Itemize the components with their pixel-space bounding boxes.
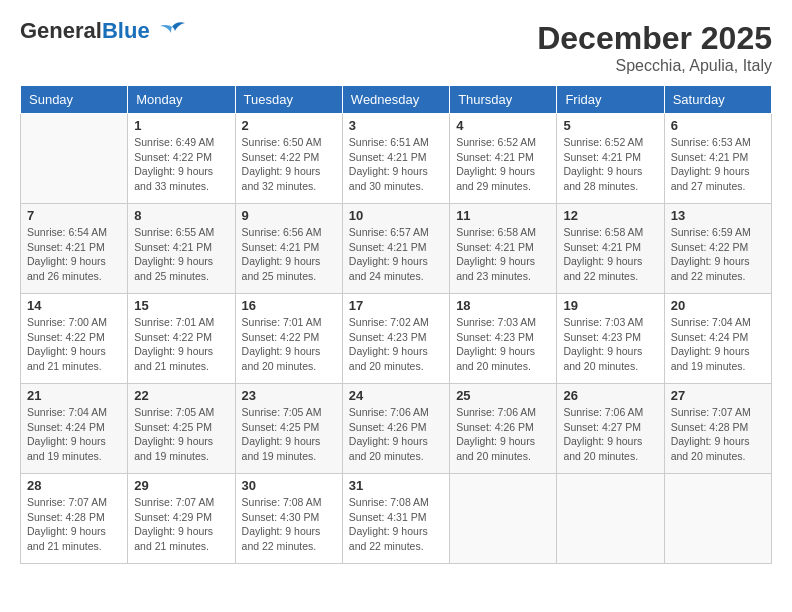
day-info: Sunrise: 6:58 AM Sunset: 4:21 PM Dayligh… bbox=[456, 225, 550, 284]
location-title: Specchia, Apulia, Italy bbox=[537, 57, 772, 75]
calendar-cell bbox=[450, 474, 557, 564]
day-info: Sunrise: 6:52 AM Sunset: 4:21 PM Dayligh… bbox=[456, 135, 550, 194]
calendar-week-row: 14Sunrise: 7:00 AM Sunset: 4:22 PM Dayli… bbox=[21, 294, 772, 384]
logo-bird-icon bbox=[158, 21, 186, 43]
day-info: Sunrise: 6:57 AM Sunset: 4:21 PM Dayligh… bbox=[349, 225, 443, 284]
calendar-table: SundayMondayTuesdayWednesdayThursdayFrid… bbox=[20, 85, 772, 564]
day-info: Sunrise: 7:07 AM Sunset: 4:29 PM Dayligh… bbox=[134, 495, 228, 554]
calendar-cell: 24Sunrise: 7:06 AM Sunset: 4:26 PM Dayli… bbox=[342, 384, 449, 474]
day-info: Sunrise: 7:02 AM Sunset: 4:23 PM Dayligh… bbox=[349, 315, 443, 374]
page-header: GeneralBlue December 2025 Specchia, Apul… bbox=[20, 20, 772, 75]
weekday-header-wednesday: Wednesday bbox=[342, 86, 449, 114]
calendar-cell: 7Sunrise: 6:54 AM Sunset: 4:21 PM Daylig… bbox=[21, 204, 128, 294]
day-number: 4 bbox=[456, 118, 550, 133]
calendar-cell: 6Sunrise: 6:53 AM Sunset: 4:21 PM Daylig… bbox=[664, 114, 771, 204]
day-number: 30 bbox=[242, 478, 336, 493]
day-number: 28 bbox=[27, 478, 121, 493]
day-number: 16 bbox=[242, 298, 336, 313]
day-info: Sunrise: 6:53 AM Sunset: 4:21 PM Dayligh… bbox=[671, 135, 765, 194]
day-number: 15 bbox=[134, 298, 228, 313]
day-info: Sunrise: 7:04 AM Sunset: 4:24 PM Dayligh… bbox=[27, 405, 121, 464]
day-number: 10 bbox=[349, 208, 443, 223]
day-info: Sunrise: 7:06 AM Sunset: 4:26 PM Dayligh… bbox=[456, 405, 550, 464]
month-title: December 2025 bbox=[537, 20, 772, 57]
day-info: Sunrise: 7:01 AM Sunset: 4:22 PM Dayligh… bbox=[242, 315, 336, 374]
calendar-week-row: 21Sunrise: 7:04 AM Sunset: 4:24 PM Dayli… bbox=[21, 384, 772, 474]
calendar-cell: 11Sunrise: 6:58 AM Sunset: 4:21 PM Dayli… bbox=[450, 204, 557, 294]
weekday-header-thursday: Thursday bbox=[450, 86, 557, 114]
calendar-cell: 16Sunrise: 7:01 AM Sunset: 4:22 PM Dayli… bbox=[235, 294, 342, 384]
calendar-cell: 4Sunrise: 6:52 AM Sunset: 4:21 PM Daylig… bbox=[450, 114, 557, 204]
calendar-cell: 5Sunrise: 6:52 AM Sunset: 4:21 PM Daylig… bbox=[557, 114, 664, 204]
weekday-header-row: SundayMondayTuesdayWednesdayThursdayFrid… bbox=[21, 86, 772, 114]
calendar-week-row: 1Sunrise: 6:49 AM Sunset: 4:22 PM Daylig… bbox=[21, 114, 772, 204]
day-number: 13 bbox=[671, 208, 765, 223]
day-number: 8 bbox=[134, 208, 228, 223]
day-number: 3 bbox=[349, 118, 443, 133]
calendar-cell: 28Sunrise: 7:07 AM Sunset: 4:28 PM Dayli… bbox=[21, 474, 128, 564]
logo: GeneralBlue bbox=[20, 20, 186, 43]
day-info: Sunrise: 6:49 AM Sunset: 4:22 PM Dayligh… bbox=[134, 135, 228, 194]
calendar-cell: 10Sunrise: 6:57 AM Sunset: 4:21 PM Dayli… bbox=[342, 204, 449, 294]
day-info: Sunrise: 6:50 AM Sunset: 4:22 PM Dayligh… bbox=[242, 135, 336, 194]
day-number: 19 bbox=[563, 298, 657, 313]
title-section: December 2025 Specchia, Apulia, Italy bbox=[537, 20, 772, 75]
day-info: Sunrise: 7:03 AM Sunset: 4:23 PM Dayligh… bbox=[563, 315, 657, 374]
day-info: Sunrise: 7:01 AM Sunset: 4:22 PM Dayligh… bbox=[134, 315, 228, 374]
day-number: 20 bbox=[671, 298, 765, 313]
day-info: Sunrise: 6:56 AM Sunset: 4:21 PM Dayligh… bbox=[242, 225, 336, 284]
calendar-cell bbox=[557, 474, 664, 564]
day-number: 14 bbox=[27, 298, 121, 313]
day-info: Sunrise: 7:07 AM Sunset: 4:28 PM Dayligh… bbox=[671, 405, 765, 464]
weekday-header-monday: Monday bbox=[128, 86, 235, 114]
day-number: 29 bbox=[134, 478, 228, 493]
day-info: Sunrise: 7:00 AM Sunset: 4:22 PM Dayligh… bbox=[27, 315, 121, 374]
day-info: Sunrise: 7:05 AM Sunset: 4:25 PM Dayligh… bbox=[242, 405, 336, 464]
calendar-week-row: 28Sunrise: 7:07 AM Sunset: 4:28 PM Dayli… bbox=[21, 474, 772, 564]
day-info: Sunrise: 6:51 AM Sunset: 4:21 PM Dayligh… bbox=[349, 135, 443, 194]
calendar-cell: 17Sunrise: 7:02 AM Sunset: 4:23 PM Dayli… bbox=[342, 294, 449, 384]
calendar-cell: 1Sunrise: 6:49 AM Sunset: 4:22 PM Daylig… bbox=[128, 114, 235, 204]
weekday-header-sunday: Sunday bbox=[21, 86, 128, 114]
day-info: Sunrise: 7:04 AM Sunset: 4:24 PM Dayligh… bbox=[671, 315, 765, 374]
calendar-cell: 27Sunrise: 7:07 AM Sunset: 4:28 PM Dayli… bbox=[664, 384, 771, 474]
calendar-cell: 22Sunrise: 7:05 AM Sunset: 4:25 PM Dayli… bbox=[128, 384, 235, 474]
day-number: 31 bbox=[349, 478, 443, 493]
day-number: 21 bbox=[27, 388, 121, 403]
calendar-cell: 23Sunrise: 7:05 AM Sunset: 4:25 PM Dayli… bbox=[235, 384, 342, 474]
calendar-cell: 2Sunrise: 6:50 AM Sunset: 4:22 PM Daylig… bbox=[235, 114, 342, 204]
day-info: Sunrise: 6:54 AM Sunset: 4:21 PM Dayligh… bbox=[27, 225, 121, 284]
day-info: Sunrise: 7:06 AM Sunset: 4:26 PM Dayligh… bbox=[349, 405, 443, 464]
calendar-cell: 14Sunrise: 7:00 AM Sunset: 4:22 PM Dayli… bbox=[21, 294, 128, 384]
calendar-cell: 19Sunrise: 7:03 AM Sunset: 4:23 PM Dayli… bbox=[557, 294, 664, 384]
day-info: Sunrise: 7:06 AM Sunset: 4:27 PM Dayligh… bbox=[563, 405, 657, 464]
logo-blue-text: Blue bbox=[102, 18, 150, 43]
calendar-cell: 21Sunrise: 7:04 AM Sunset: 4:24 PM Dayli… bbox=[21, 384, 128, 474]
calendar-cell: 20Sunrise: 7:04 AM Sunset: 4:24 PM Dayli… bbox=[664, 294, 771, 384]
day-number: 17 bbox=[349, 298, 443, 313]
day-number: 1 bbox=[134, 118, 228, 133]
calendar-cell bbox=[664, 474, 771, 564]
day-number: 6 bbox=[671, 118, 765, 133]
day-number: 11 bbox=[456, 208, 550, 223]
calendar-cell: 26Sunrise: 7:06 AM Sunset: 4:27 PM Dayli… bbox=[557, 384, 664, 474]
calendar-cell: 31Sunrise: 7:08 AM Sunset: 4:31 PM Dayli… bbox=[342, 474, 449, 564]
calendar-cell: 9Sunrise: 6:56 AM Sunset: 4:21 PM Daylig… bbox=[235, 204, 342, 294]
calendar-cell: 18Sunrise: 7:03 AM Sunset: 4:23 PM Dayli… bbox=[450, 294, 557, 384]
weekday-header-friday: Friday bbox=[557, 86, 664, 114]
day-number: 23 bbox=[242, 388, 336, 403]
day-number: 27 bbox=[671, 388, 765, 403]
day-number: 2 bbox=[242, 118, 336, 133]
day-info: Sunrise: 7:08 AM Sunset: 4:30 PM Dayligh… bbox=[242, 495, 336, 554]
day-info: Sunrise: 6:55 AM Sunset: 4:21 PM Dayligh… bbox=[134, 225, 228, 284]
day-number: 24 bbox=[349, 388, 443, 403]
day-info: Sunrise: 7:07 AM Sunset: 4:28 PM Dayligh… bbox=[27, 495, 121, 554]
day-number: 12 bbox=[563, 208, 657, 223]
day-info: Sunrise: 6:59 AM Sunset: 4:22 PM Dayligh… bbox=[671, 225, 765, 284]
calendar-cell bbox=[21, 114, 128, 204]
calendar-cell: 8Sunrise: 6:55 AM Sunset: 4:21 PM Daylig… bbox=[128, 204, 235, 294]
day-number: 26 bbox=[563, 388, 657, 403]
calendar-cell: 3Sunrise: 6:51 AM Sunset: 4:21 PM Daylig… bbox=[342, 114, 449, 204]
calendar-cell: 13Sunrise: 6:59 AM Sunset: 4:22 PM Dayli… bbox=[664, 204, 771, 294]
day-number: 18 bbox=[456, 298, 550, 313]
